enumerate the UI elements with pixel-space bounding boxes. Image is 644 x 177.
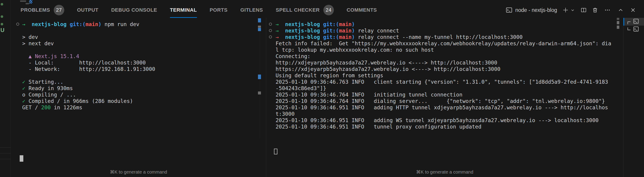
terminal-line: l tcp: lookup my.webhxxxookrelay.com: no… — [276, 47, 623, 53]
terminal-line: https://xdjeyarpb5ayhzasda7a27.webrelay.… — [276, 66, 623, 72]
terminal-output: → nextjs-blog git:(main) npm run dev > d… — [11, 21, 266, 111]
active-terminal-label: node - nextjs-blog — [515, 7, 557, 13]
divider — [0, 148, 11, 148]
close-panel-button[interactable] — [630, 7, 636, 13]
panel-tab-bar: PROBLEMS27OUTPUTDEBUG CONSOLETERMINALPOR… — [11, 0, 644, 18]
terminal-cursor — [274, 149, 278, 154]
terminal-line: → nextjs-blog git:(main) npm run dev — [22, 21, 266, 28]
terminal-line: ✓ Starting... — [22, 79, 266, 85]
panel-controls: node - nextjs-blog — [506, 0, 644, 18]
tab-terminal[interactable]: TERMINAL — [170, 0, 197, 18]
terminal-line: > next dev — [22, 40, 266, 47]
overview-ruler-mark — [258, 92, 261, 94]
tab-ports[interactable]: PORTS — [210, 0, 228, 18]
overview-ruler-mark — [258, 28, 261, 31]
tab-label: PORTS — [210, 7, 228, 13]
terminal-tabs-divider[interactable] — [623, 18, 624, 177]
command-decoration-circle[interactable] — [269, 23, 272, 26]
terminal-tabs-list — [624, 18, 644, 34]
split-tree-glyph — [628, 28, 630, 30]
divider — [0, 153, 11, 154]
terminal-line — [22, 72, 266, 79]
terminal-line: 2025-01-10 09:36:46.763 INFO client star… — [276, 79, 623, 85]
terminal-cursor — [20, 155, 23, 162]
terminal-line: > dev — [22, 34, 266, 40]
tab-label: GITLENS — [240, 7, 263, 13]
terminal-line: Using default region from settings — [276, 72, 623, 79]
git-untracked-label: U — [0, 27, 4, 34]
terminal-line: t:3000 — [276, 111, 623, 117]
generate-command-hint: ⌘K to generate a command — [266, 169, 623, 175]
terminal-line: 2025-01-10 09:36:46.764 INFO dialing ser… — [276, 98, 623, 104]
terminal-line: - Local: http://localhost:3000 — [22, 60, 266, 66]
more-actions-button[interactable] — [604, 7, 610, 13]
overview-ruler-mark — [617, 21, 619, 24]
terminal-icon — [632, 18, 640, 25]
tab-label: DEBUG CONSOLE — [111, 7, 157, 13]
tab-comments[interactable]: COMMENTS — [347, 0, 377, 18]
terminal-icon — [506, 7, 512, 14]
command-decoration-circle[interactable] — [16, 23, 19, 26]
tab-badge: 27 — [54, 5, 64, 15]
overview-ruler-mark — [258, 18, 261, 22]
editor-gutter-strip: U — [0, 0, 11, 177]
split-tree-glyph — [628, 22, 630, 24]
overview-ruler-mark — [258, 74, 261, 79]
terminal-line: → nextjs-blog git:(main) relay connect -… — [276, 34, 623, 40]
terminal-line: GET / 200 in 1226ms — [22, 104, 266, 111]
terminal-icon — [632, 26, 640, 33]
generate-command-hint: ⌘K to generate a command — [11, 169, 266, 175]
tab-output[interactable]: OUTPUT — [77, 0, 98, 18]
command-decoration-circle[interactable] — [269, 29, 272, 32]
git-added-dot — [1, 15, 3, 18]
command-decoration-circle[interactable] — [269, 36, 272, 38]
terminal-pane-right[interactable]: → nextjs-blog git:(main)→ nextjs-blog gi… — [266, 18, 623, 168]
terminal-line: → nextjs-blog git:(main) — [276, 21, 623, 28]
terminal-line: -504243c86ed3"]} — [276, 85, 623, 92]
terminal-line: ✓ Ready in 930ms — [22, 85, 266, 92]
split-terminal-button[interactable] — [580, 7, 587, 13]
terminal-line: 2025-01-10 09:36:46.951 INFO adding HTTP… — [276, 104, 623, 111]
tab-label: SPELL CHECKER — [276, 7, 320, 13]
pane-divider[interactable] — [266, 18, 266, 177]
terminal-line: 2025-01-10 09:36:46.951 INFO adding WS t… — [276, 117, 623, 124]
terminal-line: - Network: http://192.168.1.91:3000 — [22, 66, 266, 72]
terminal-line: → nextjs-blog git:(main) relay connect — [276, 28, 623, 34]
tab-label: COMMENTS — [347, 7, 377, 13]
kill-terminal-button[interactable] — [592, 7, 598, 13]
vscode-bottom-panel: U PROBLEMS27OUTPUTDEBUG CONSOLETERMINALP… — [0, 0, 644, 177]
tab-label: OUTPUT — [77, 7, 98, 13]
terminal-tab-item-2[interactable] — [624, 26, 644, 34]
terminal-line: Connecting: — [276, 53, 623, 60]
terminal-output: → nextjs-blog git:(main)→ nextjs-blog gi… — [266, 21, 623, 130]
divider — [0, 159, 11, 159]
overview-ruler-mark — [258, 26, 261, 28]
tab-badge: 24 — [323, 5, 334, 15]
tab-problems[interactable]: PROBLEMS27 — [20, 0, 64, 18]
overview-ruler-mark — [617, 18, 619, 20]
tab-label: PROBLEMS — [20, 7, 50, 13]
terminal-line: ✓ Compiled / in 966ms (286 modules) — [22, 98, 266, 104]
terminal-pane-left[interactable]: → nextjs-blog git:(main) npm run dev > d… — [11, 18, 266, 168]
terminal-line — [22, 47, 266, 53]
terminal-line: 2025-01-10 09:36:46.951 INFO tunnel prox… — [276, 124, 623, 130]
tab-gitlens[interactable]: GITLENS — [240, 0, 263, 18]
terminal-line: o Compiling / ... — [22, 92, 266, 98]
git-added-dot — [1, 3, 3, 6]
terminal-line — [22, 28, 266, 34]
terminal-line: ▲ Next.js 15.1.4 — [22, 53, 266, 60]
overview-ruler-mark — [617, 26, 619, 29]
tab-debug-console[interactable]: DEBUG CONSOLE — [111, 0, 157, 18]
terminal-line: 2025-01-10 09:36:46.764 INFO initiating … — [276, 92, 623, 98]
chevron-down-icon[interactable] — [570, 7, 576, 13]
maximize-panel-button[interactable] — [618, 7, 624, 13]
terminal-tab-item-1[interactable] — [624, 18, 644, 26]
tab-label: TERMINAL — [170, 7, 197, 13]
tab-spell-checker[interactable]: SPELL CHECKER24 — [276, 0, 334, 18]
git-added-dot — [1, 23, 3, 26]
panel-tabs: PROBLEMS27OUTPUTDEBUG CONSOLETERMINALPOR… — [20, 0, 390, 18]
terminal-line: Fetch info failed: Get "https://my.webhx… — [276, 40, 623, 47]
terminal-line: http://xdjeyarpb5ayhzasda7a27.webrelay.i… — [276, 60, 623, 66]
new-terminal-button[interactable] — [562, 7, 569, 14]
